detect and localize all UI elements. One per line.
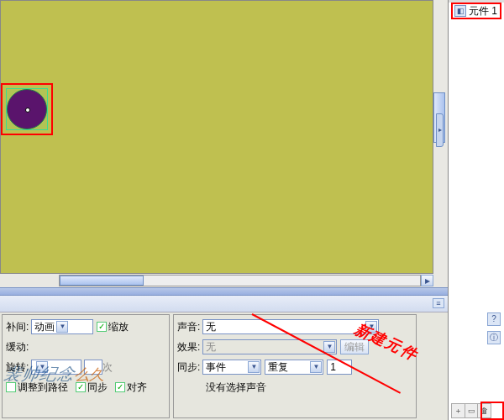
library-panel: ◧ 元件 1 ? ⓘ ＋ ▭ 🗑	[448, 0, 504, 420]
scrollbar-thumb[interactable]	[60, 276, 144, 286]
sound-sync-value: 事件	[206, 360, 226, 375]
chevron-down-icon: ▼	[323, 341, 335, 353]
properties-panel-header[interactable]: ≡	[0, 296, 448, 312]
watermark-accent: 么久	[74, 365, 104, 385]
sound-sync-label: 同步:	[177, 360, 200, 375]
info-icon[interactable]: ⓘ	[487, 331, 501, 344]
scrollbar-track[interactable]	[59, 275, 421, 286]
snap-label: 对齐	[127, 381, 147, 395]
scroll-right-icon[interactable]: ▸	[421, 275, 433, 286]
effect-value: 无	[206, 340, 216, 354]
stage-canvas[interactable]	[0, 0, 433, 274]
panel-drag-strip[interactable]	[0, 287, 448, 296]
highlight-library-buttons	[480, 402, 504, 420]
new-folder-icon[interactable]: ▭	[465, 404, 479, 417]
chevron-down-icon: ▼	[248, 361, 260, 373]
library-item-highlight[interactable]: ◧ 元件 1	[451, 3, 501, 19]
panel-options-icon[interactable]: ≡	[433, 298, 444, 308]
panel-side-buttons: ? ⓘ	[486, 312, 502, 344]
chevron-down-icon: ▼	[310, 361, 322, 373]
snap-checkbox[interactable]: ✓	[115, 382, 125, 392]
sound-label: 声音:	[177, 320, 200, 334]
anchor-point-icon	[25, 108, 30, 113]
no-sound-message: 没有选择声音	[206, 381, 266, 395]
library-item-label: 元件 1	[469, 4, 497, 18]
chevron-down-icon: ▼	[56, 321, 68, 333]
tween-label: 补间:	[6, 320, 29, 334]
symbol-icon: ◧	[454, 5, 466, 17]
repeat-value: 重复	[268, 360, 288, 375]
panel-expand-tab-icon[interactable]: ▸	[436, 113, 444, 147]
tween-type-select[interactable]: 动画 ▼	[31, 319, 93, 334]
new-symbol-icon[interactable]: ＋	[452, 404, 465, 417]
ease-label: 缓动:	[6, 340, 29, 354]
rotate-count-label: 次	[102, 360, 113, 375]
stage-horizontal-scrollbar[interactable]: ▸	[0, 274, 433, 287]
effect-label: 效果:	[177, 340, 200, 354]
highlight-symbol-on-stage	[1, 83, 53, 135]
scale-checkbox[interactable]: ✓	[97, 322, 107, 332]
sound-sync-select[interactable]: 事件 ▼	[202, 360, 261, 375]
help-icon[interactable]: ?	[487, 312, 501, 326]
sound-select[interactable]: 无 ▼	[202, 319, 379, 334]
tween-type-value: 动画	[34, 320, 55, 334]
watermark-text: 裴帅纪念	[3, 363, 77, 386]
repeat-select[interactable]: 重复 ▼	[265, 360, 323, 375]
scale-label: 缩放	[108, 320, 129, 334]
sound-value: 无	[206, 320, 216, 334]
